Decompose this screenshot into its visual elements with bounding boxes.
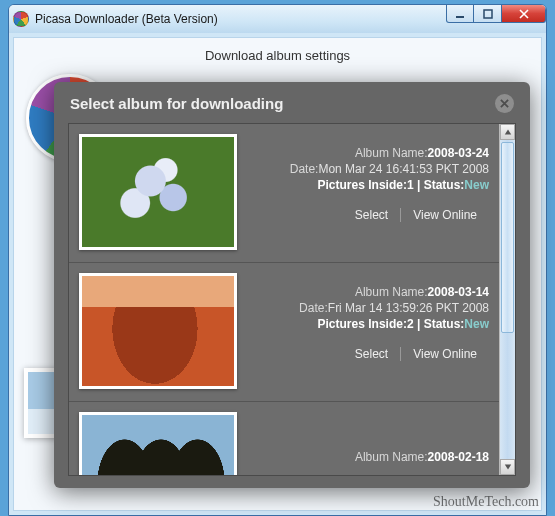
date-value: Fri Mar 14 13:59:26 PKT 2008 [328,301,489,315]
settings-heading: Download album settings [14,46,541,73]
album-row: Album Name:2008-03-24 Date:Mon Mar 24 16… [69,124,499,263]
svg-rect-0 [456,16,464,18]
divider: | [417,178,420,192]
date-label: Date: [299,301,328,315]
album-info: Album Name:2008-03-24 Date:Mon Mar 24 16… [251,134,489,250]
album-thumbnail[interactable] [79,134,237,250]
album-row: Album Name:2008-02-18 [69,402,499,475]
status-label: Status: [424,178,465,192]
window-close-button[interactable] [502,5,546,23]
select-button[interactable]: Select [343,208,401,222]
status-value: New [464,178,489,192]
album-name-value: 2008-02-18 [428,450,489,464]
album-info: Album Name:2008-02-18 [251,412,489,475]
date-label: Date: [290,162,319,176]
modal-title: Select album for downloading [70,95,283,112]
album-row: Album Name:2008-03-14 Date:Fri Mar 14 13… [69,263,499,402]
album-thumbnail[interactable] [79,412,237,475]
scroll-track[interactable] [500,140,515,459]
view-online-button[interactable]: View Online [401,347,489,361]
minimize-button[interactable] [446,5,474,23]
album-name-value: 2008-03-24 [428,146,489,160]
app-icon [13,11,29,27]
divider: | [417,317,420,331]
album-name-label: Album Name: [355,285,428,299]
scrollbar[interactable] [499,124,515,475]
pictures-value: 2 [407,317,414,331]
modal-header: Select album for downloading [68,92,516,123]
album-list: Album Name:2008-03-24 Date:Mon Mar 24 16… [69,124,499,475]
scroll-down-button[interactable] [500,459,515,475]
status-label: Status: [424,317,465,331]
album-name-label: Album Name: [355,146,428,160]
view-online-button[interactable]: View Online [401,208,489,222]
date-value: Mon Mar 24 16:41:53 PKT 2008 [318,162,489,176]
titlebar[interactable]: Picasa Downloader (Beta Version) [9,5,546,33]
status-value: New [464,317,489,331]
window-title: Picasa Downloader (Beta Version) [35,12,218,26]
album-info: Album Name:2008-03-14 Date:Fri Mar 14 13… [251,273,489,389]
album-name-value: 2008-03-14 [428,285,489,299]
select-button[interactable]: Select [343,347,401,361]
album-list-container: Album Name:2008-03-24 Date:Mon Mar 24 16… [68,123,516,476]
scroll-thumb[interactable] [501,142,514,333]
svg-rect-1 [484,10,492,18]
scroll-up-button[interactable] [500,124,515,140]
watermark: ShoutMeTech.com [433,494,539,510]
pictures-label: Pictures Inside: [318,317,407,331]
maximize-button[interactable] [474,5,502,23]
pictures-value: 1 [407,178,414,192]
window-controls [446,5,546,23]
album-name-label: Album Name: [355,450,428,464]
select-album-modal: Select album for downloading Album Name:… [54,82,530,488]
album-thumbnail[interactable] [79,273,237,389]
modal-close-button[interactable] [495,94,514,113]
pictures-label: Pictures Inside: [318,178,407,192]
